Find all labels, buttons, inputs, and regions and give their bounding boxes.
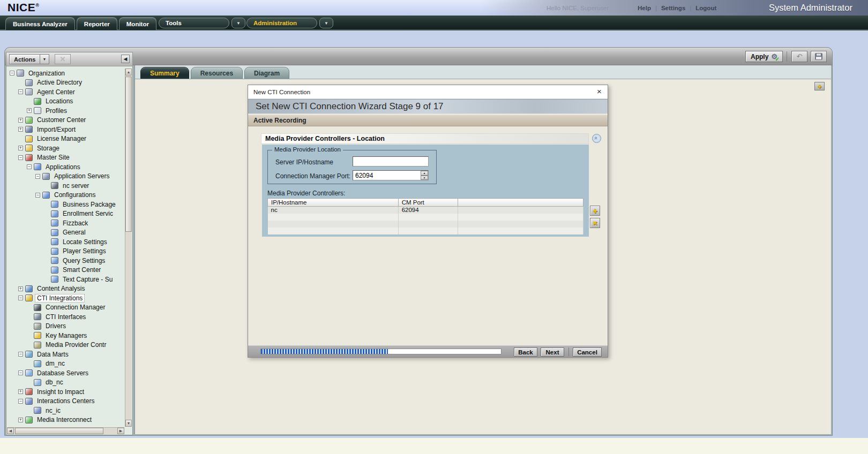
horizontal-scroll-thumb[interactable] [15, 428, 103, 434]
tree-item[interactable]: Key Managers [8, 331, 124, 340]
content-tab[interactable]: Resources [191, 67, 243, 79]
tree-item[interactable]: − Agent Center [8, 87, 124, 97]
tree-item[interactable]: + Import/Export [8, 125, 124, 134]
tree-item[interactable]: − Database Servers [8, 368, 124, 378]
actions-dropdown-arrow-icon[interactable]: ▼ [40, 54, 49, 64]
tree-item[interactable]: License Manager [8, 134, 124, 144]
tree-item[interactable]: + Media Interconnect [8, 415, 124, 425]
tree-item[interactable]: − CTI Integrations [8, 293, 124, 303]
tree-item[interactable]: + Insight to Impact [8, 387, 124, 397]
tree-expander-icon[interactable]: − [18, 89, 23, 94]
table-row[interactable] [268, 214, 583, 221]
tree-expander-icon[interactable]: − [27, 164, 32, 169]
actions-button[interactable]: Actions [9, 54, 40, 64]
next-button[interactable]: Next [541, 347, 564, 357]
tree-item[interactable]: Player Settings [8, 247, 124, 256]
tree-item[interactable]: + Profiles [8, 106, 124, 116]
tree-expander-icon[interactable]: + [18, 146, 23, 150]
scroll-left-icon[interactable]: ◀ [7, 428, 14, 434]
apply-button[interactable]: Apply ⚙✓ [745, 51, 783, 62]
tree-expander-icon[interactable]: − [18, 155, 23, 160]
chevron-down-icon[interactable]: ▼ [319, 18, 333, 28]
sidebar-vertical-scrollbar[interactable]: ▲ ▼ [125, 69, 132, 427]
tree-expander-icon[interactable]: + [18, 389, 23, 394]
column-header[interactable] [458, 199, 583, 207]
column-header[interactable]: IP/Hostname [268, 199, 399, 207]
add-controller-button[interactable]: + [590, 206, 600, 216]
tree-expander-icon[interactable]: + [27, 108, 32, 113]
tree-item[interactable]: − Application Servers [8, 172, 124, 181]
tree-expander-icon[interactable]: − [18, 296, 23, 300]
delete-controller-button[interactable]: × [590, 218, 600, 228]
cm-port-input[interactable] [353, 170, 429, 180]
vertical-scroll-thumb[interactable] [125, 77, 132, 232]
tree-item[interactable]: Text Capture - Su [8, 275, 124, 284]
tree-expander-icon[interactable]: + [18, 418, 23, 422]
port-spinner[interactable]: ▲ ▼ [421, 171, 428, 180]
tree-item[interactable]: nc_ic [8, 406, 124, 415]
column-header[interactable]: CM Port [398, 199, 458, 207]
tree-item[interactable]: Enrollment Servic [8, 209, 124, 219]
cancel-button[interactable]: Cancel [573, 347, 602, 357]
tree-expander-icon[interactable]: − [35, 174, 40, 179]
tree-item[interactable]: Fizzback [8, 218, 124, 228]
add-button[interactable]: + [814, 82, 825, 90]
logout-link[interactable]: Logout [695, 5, 716, 11]
administration-menu[interactable]: Administration ▼ [246, 18, 333, 28]
settings-link[interactable]: Settings [661, 5, 685, 11]
tree-item[interactable]: Active Directory [8, 78, 124, 88]
undo-button[interactable]: ↶ [791, 51, 807, 62]
spinner-down-icon[interactable]: ▼ [421, 176, 428, 180]
tree-item[interactable]: nc server [8, 181, 124, 191]
help-link[interactable]: Help [638, 5, 651, 11]
tree-item[interactable]: Business Package [8, 200, 124, 209]
chevron-down-icon[interactable]: ▼ [231, 18, 245, 28]
tree-item[interactable]: Locations [8, 97, 124, 107]
save-button[interactable] [811, 51, 827, 62]
tree-expander-icon[interactable]: − [10, 71, 14, 75]
tree-item[interactable]: Connection Manager [8, 303, 124, 313]
tree-expander-icon[interactable]: − [18, 399, 23, 404]
tree-item[interactable]: − Applications [8, 162, 124, 172]
tree-item[interactable]: Locate Settings [8, 237, 124, 247]
collapse-section-icon[interactable]: « [592, 134, 601, 143]
tree-item[interactable]: + Content Analysis [8, 284, 124, 294]
tools-menu-label[interactable]: Tools [159, 18, 229, 28]
tree-item[interactable]: Smart Center [8, 266, 124, 275]
tree-item[interactable]: Drivers [8, 322, 124, 331]
tree-expander-icon[interactable]: − [35, 193, 40, 198]
tree-item[interactable]: General [8, 228, 124, 238]
tools-menu[interactable]: Tools ▼ [159, 18, 245, 28]
content-tab[interactable]: Diagram [244, 67, 289, 79]
scroll-down-icon[interactable]: ▼ [125, 420, 132, 427]
tree-expander-icon[interactable]: + [18, 118, 23, 123]
scroll-right-icon[interactable]: ▶ [117, 428, 124, 434]
content-tab[interactable]: Summary [140, 67, 189, 79]
tree-expander-icon[interactable]: − [18, 370, 23, 375]
tree-item[interactable]: − Master Site [8, 153, 124, 163]
menu-tab[interactable]: Business Analyzer [5, 17, 75, 30]
menu-tab[interactable]: Monitor [119, 17, 156, 30]
tree-item[interactable]: − Configurations [8, 191, 124, 200]
tree-item[interactable]: Media Provider Contr [8, 340, 124, 350]
server-ip-input[interactable] [353, 156, 429, 167]
tree-item[interactable]: − Interactions Centers [8, 397, 124, 406]
tree-item[interactable]: db_nc [8, 378, 124, 388]
table-row[interactable] [268, 221, 583, 228]
sidebar-horizontal-scrollbar[interactable]: ◀ ▶ [7, 427, 124, 434]
tree-expander-icon[interactable]: − [18, 352, 23, 357]
tree-item[interactable]: + Customer Center [8, 116, 124, 125]
collapse-panel-icon[interactable]: ◀ [121, 55, 130, 63]
table-row[interactable]: nc 62094 [268, 207, 583, 214]
close-icon[interactable]: × [595, 87, 604, 96]
tree-expander-icon[interactable]: + [18, 286, 23, 291]
tree-item[interactable]: dm_nc [8, 359, 124, 369]
tree-item[interactable]: − Data Marts [8, 350, 124, 359]
back-button[interactable]: Back [514, 347, 537, 357]
administration-menu-label[interactable]: Administration [246, 18, 317, 28]
spinner-up-icon[interactable]: ▲ [421, 171, 428, 176]
scroll-up-icon[interactable]: ▲ [125, 69, 132, 75]
menu-tab[interactable]: Reporter [77, 17, 117, 30]
tree-item[interactable]: − Organization [8, 69, 124, 78]
table-row[interactable] [268, 228, 583, 234]
